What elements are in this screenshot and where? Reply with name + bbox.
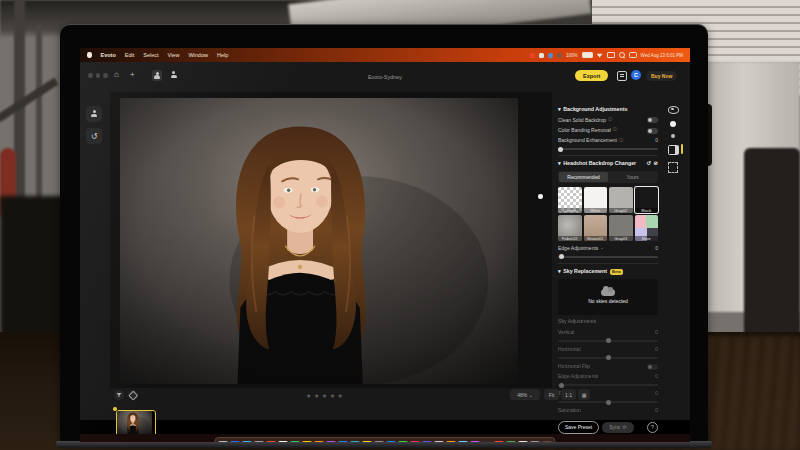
- ratio-1-1-button[interactable]: 1:1: [561, 389, 576, 400]
- dock-app-icon[interactable]: [350, 441, 361, 443]
- rating-star-icon[interactable]: ★: [306, 392, 311, 399]
- sky-edge-slider[interactable]: [558, 384, 658, 386]
- dock-app-icon[interactable]: [446, 441, 457, 443]
- adjustments-icon[interactable]: [86, 106, 102, 122]
- account-avatar[interactable]: C: [631, 70, 641, 80]
- search-icon[interactable]: [619, 52, 625, 58]
- menu-select[interactable]: Select: [143, 52, 158, 58]
- info-icon[interactable]: ⓘ: [613, 128, 618, 133]
- control-center-icon[interactable]: [629, 52, 637, 59]
- history-icon[interactable]: ↺: [86, 128, 102, 144]
- swatch-fabric02[interactable]: Fabric02: [558, 215, 582, 241]
- wifi-icon[interactable]: [597, 53, 603, 58]
- dock-app-icon[interactable]: [254, 441, 265, 443]
- sky-vertical-slider[interactable]: [558, 340, 658, 342]
- status-app-icon[interactable]: [539, 53, 544, 58]
- dock-app-icon[interactable]: [422, 441, 433, 443]
- tab-recommended[interactable]: Recommended: [559, 172, 608, 182]
- menu-edit[interactable]: Edit: [125, 52, 134, 58]
- tag-icon[interactable]: [128, 390, 138, 400]
- swatch-brown01[interactable]: Brown01: [584, 215, 608, 241]
- info-icon[interactable]: ⓘ: [619, 139, 624, 144]
- fit-button[interactable]: Fit: [544, 389, 559, 400]
- swatch-gray03[interactable]: Gray03: [609, 215, 633, 241]
- rating-star-icon[interactable]: ★: [314, 392, 319, 399]
- dock-app-icon[interactable]: [398, 441, 409, 443]
- dock-app-icon[interactable]: [242, 441, 253, 443]
- display-icon[interactable]: [607, 52, 615, 59]
- dock-app-icon[interactable]: [410, 441, 421, 443]
- menu-evoto[interactable]: Evoto: [101, 52, 116, 58]
- menubar-clock[interactable]: Wed Aug 23 6:01 PM: [641, 53, 683, 58]
- apple-logo-icon[interactable]: [87, 52, 92, 58]
- dock-app-icon[interactable]: [470, 441, 481, 443]
- dock-app-icon[interactable]: [434, 441, 445, 443]
- dock-app-icon[interactable]: [302, 441, 313, 443]
- swatch-gray02[interactable]: Gray02: [609, 187, 633, 213]
- section-background-adjustments[interactable]: ▾ Background Adjustments: [558, 107, 658, 113]
- dock-app-icon[interactable]: [230, 441, 241, 443]
- dock-app-icon[interactable]: [338, 441, 349, 443]
- buy-now-button[interactable]: Buy Now: [646, 71, 677, 81]
- tab-yours[interactable]: Yours: [608, 172, 657, 182]
- dock-app-icon[interactable]: [506, 441, 517, 443]
- rating-star-icon[interactable]: ★: [330, 392, 335, 399]
- horizontal-flip-toggle[interactable]: [647, 364, 658, 370]
- dock-app-icon[interactable]: [458, 441, 469, 443]
- dock-app-icon[interactable]: [386, 441, 397, 443]
- eye-icon[interactable]: [668, 106, 679, 114]
- swatch-white[interactable]: White: [584, 187, 608, 213]
- grid-view-icon[interactable]: ▦: [578, 389, 590, 400]
- swatch-more[interactable]: More: [635, 215, 659, 241]
- section-sky-replacement[interactable]: ▾ Sky Replacement Beta: [558, 269, 658, 275]
- help-button[interactable]: ?: [647, 422, 658, 433]
- swatch-custom[interactable]: Custom: [558, 187, 582, 213]
- dock-app-icon[interactable]: [278, 441, 289, 443]
- dock-app-icon[interactable]: [494, 441, 505, 443]
- menu-view[interactable]: View: [168, 52, 180, 58]
- dock-app-icon[interactable]: [518, 441, 529, 443]
- filter-icon[interactable]: [114, 390, 124, 400]
- rating-star-icon[interactable]: ★: [338, 392, 343, 399]
- star-rating[interactable]: ★★★★★: [306, 392, 343, 399]
- dock-app-icon[interactable]: [530, 441, 541, 443]
- section-backdrop-changer[interactable]: ▾ Headshot Backdrop Changer ↺ ⊘: [558, 161, 658, 167]
- battery-icon[interactable]: [582, 52, 593, 59]
- status-app-icon[interactable]: [548, 53, 553, 58]
- disable-icon[interactable]: ⊘: [654, 161, 658, 167]
- sync-button[interactable]: Sync ⟳: [602, 422, 633, 434]
- dot-icon[interactable]: [671, 134, 675, 138]
- export-settings-icon[interactable]: [617, 71, 627, 81]
- dock-app-icon[interactable]: [326, 441, 337, 443]
- menu-window[interactable]: Window: [188, 52, 208, 58]
- rating-star-icon[interactable]: ★: [322, 392, 327, 399]
- dock-app-icon[interactable]: [314, 441, 325, 443]
- info-icon[interactable]: ⓘ: [608, 118, 613, 123]
- clean-backdrop-toggle[interactable]: [647, 117, 658, 123]
- swatch-black-selected[interactable]: Black: [635, 187, 659, 213]
- save-preset-button[interactable]: Save Preset: [558, 421, 599, 435]
- mask-brush-icon[interactable]: [670, 121, 677, 128]
- crop-frame-icon[interactable]: [668, 162, 679, 173]
- status-app-icon[interactable]: [557, 53, 562, 58]
- canvas-handle-dot[interactable]: [538, 194, 543, 199]
- dock-app-icon[interactable]: [266, 441, 277, 443]
- menu-help[interactable]: Help: [217, 52, 228, 58]
- reset-icon[interactable]: ↺: [647, 161, 651, 167]
- sky-horizontal-slider[interactable]: [558, 357, 658, 359]
- sky-temp-slider[interactable]: [558, 401, 658, 403]
- dock-app-icon[interactable]: [542, 441, 553, 443]
- portrait-photo[interactable]: [120, 98, 518, 384]
- panels-icon[interactable]: [668, 145, 679, 155]
- dock-app-icon[interactable]: [482, 441, 493, 443]
- dock-app-icon[interactable]: [218, 441, 229, 443]
- screen-record-icon[interactable]: [530, 53, 535, 58]
- edge-adjustments-slider[interactable]: [558, 256, 658, 258]
- color-banding-toggle[interactable]: [647, 128, 658, 134]
- dock-app-icon[interactable]: [290, 441, 301, 443]
- chevron-down-icon[interactable]: ⌄: [600, 246, 604, 251]
- enhancement-slider[interactable]: [558, 148, 658, 150]
- zoom-level-dropdown[interactable]: 48%⌄: [510, 389, 540, 400]
- dock-app-icon[interactable]: [374, 441, 385, 443]
- export-button[interactable]: Export: [575, 70, 608, 81]
